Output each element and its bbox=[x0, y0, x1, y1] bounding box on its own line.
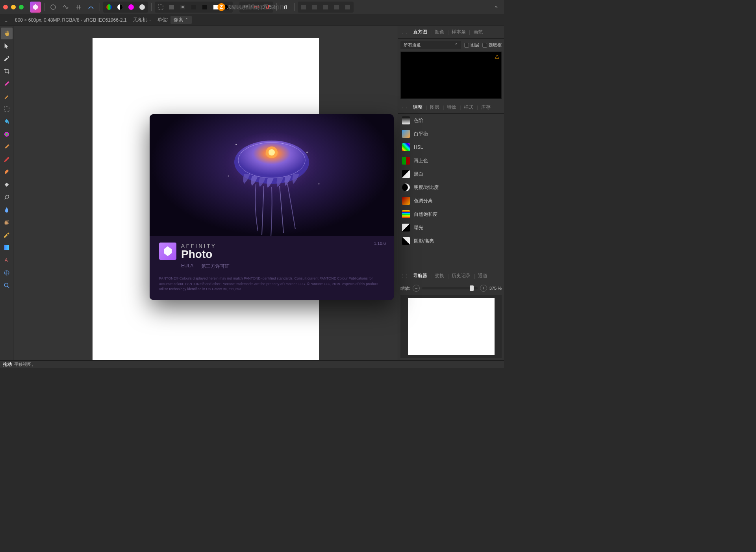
tab-swatches[interactable]: 样本条 bbox=[449, 28, 468, 37]
doc-dimensions: 800 × 600px, 0.48MP, RGBA/8 - sRGB IEC61… bbox=[15, 17, 127, 23]
tab-brushes[interactable]: 画笔 bbox=[471, 28, 485, 37]
marquee-tool[interactable] bbox=[1, 103, 13, 115]
paint-brush-tool[interactable] bbox=[1, 141, 13, 153]
zoom-in-button[interactable]: + bbox=[480, 285, 487, 292]
zoom-tool[interactable] bbox=[1, 280, 13, 291]
navigator-preview[interactable] bbox=[400, 295, 502, 358]
adjustment-whitebalance[interactable]: 白平衡 bbox=[398, 127, 504, 141]
third-party-link[interactable]: 第三方许可证 bbox=[201, 263, 230, 270]
selection-checkbox[interactable]: 选取框 bbox=[482, 42, 502, 48]
clear-sel-icon[interactable] bbox=[222, 2, 232, 12]
tone-icon[interactable] bbox=[137, 2, 147, 12]
panel-grip-icon[interactable]: ⋮⋮ bbox=[400, 274, 408, 278]
tab-adjustments[interactable]: 调整 bbox=[411, 103, 425, 112]
panel-grip-icon[interactable]: ⋮⋮ bbox=[400, 105, 408, 109]
app-icon bbox=[30, 2, 41, 13]
tab-color[interactable]: 颜色 bbox=[432, 28, 447, 37]
text-tool[interactable]: A bbox=[1, 254, 13, 266]
persona-tone-button[interactable] bbox=[85, 2, 96, 13]
arrange-3-icon[interactable] bbox=[321, 2, 331, 12]
tab-transform[interactable]: 变换 bbox=[432, 271, 447, 280]
persona-develop-button[interactable] bbox=[73, 2, 84, 13]
tab-history[interactable]: 历史记录 bbox=[449, 271, 473, 280]
status-action: 拖动 bbox=[3, 361, 12, 367]
adjustment-brightness[interactable]: 明度/对比度 bbox=[398, 181, 504, 194]
gradient-tool[interactable] bbox=[1, 242, 13, 254]
zoom-out-button[interactable]: − bbox=[413, 285, 420, 292]
panel-grip-icon[interactable]: ⋮⋮ bbox=[400, 30, 408, 34]
hue-icon[interactable] bbox=[126, 2, 136, 12]
adjustment-tool[interactable] bbox=[1, 128, 13, 140]
tab-navigator[interactable]: 导航器 bbox=[411, 271, 430, 280]
tab-styles[interactable]: 样式 bbox=[461, 103, 476, 112]
zoom-slider[interactable] bbox=[422, 287, 478, 289]
titlebar: 未标题 (已修改) (37.5%) » bbox=[0, 0, 504, 14]
channel-dropdown[interactable]: 所有通道 ⌃ bbox=[400, 41, 461, 49]
clone-tool[interactable] bbox=[1, 217, 13, 228]
eyedropper-tool[interactable] bbox=[1, 53, 13, 65]
adjustment-hsl[interactable]: HSL bbox=[398, 141, 504, 154]
toolbar-overflow-button[interactable]: » bbox=[492, 3, 501, 11]
tab-histogram[interactable]: 直方图 bbox=[411, 28, 430, 37]
hand-tool[interactable] bbox=[1, 28, 13, 39]
pen-tool[interactable] bbox=[1, 229, 13, 241]
smudge-tool[interactable] bbox=[1, 166, 13, 178]
marquee-icon[interactable] bbox=[156, 2, 166, 12]
crop-sel-icon[interactable] bbox=[211, 2, 221, 12]
tab-effects[interactable]: 特效 bbox=[445, 103, 459, 112]
dodge-tool[interactable] bbox=[1, 191, 13, 203]
persona-liquify-button[interactable] bbox=[60, 2, 71, 13]
units-dropdown[interactable]: 像素 ⌃ bbox=[170, 16, 192, 24]
adjustment-exposure[interactable]: 曝光 bbox=[398, 221, 504, 234]
arrange-4-icon[interactable] bbox=[332, 2, 342, 12]
refine-icon[interactable] bbox=[189, 2, 199, 12]
tools-panel: A bbox=[0, 26, 13, 360]
tab-stock[interactable]: 库存 bbox=[479, 103, 493, 112]
maximize-window-button[interactable] bbox=[19, 5, 24, 9]
adjustment-blackwhite[interactable]: 黑白 bbox=[398, 167, 504, 181]
move-tool[interactable] bbox=[1, 40, 13, 52]
crop-tool[interactable] bbox=[1, 65, 13, 77]
adjustment-vibrance[interactable]: 自然饱和度 bbox=[398, 207, 504, 221]
persona-photo-button[interactable] bbox=[48, 2, 59, 13]
invert-icon[interactable] bbox=[200, 2, 210, 12]
adjustment-shadows[interactable]: 阴影/高亮 bbox=[398, 234, 504, 248]
arrange-5-icon[interactable] bbox=[343, 2, 353, 12]
mask-icon[interactable] bbox=[178, 2, 188, 12]
flood-fill-tool[interactable] bbox=[1, 116, 13, 128]
blur-tool[interactable] bbox=[1, 204, 13, 216]
quick-mask-icon[interactable] bbox=[167, 2, 177, 12]
adjustments-list: 色阶 白平衡 HSL 再上色 黑白 明度/对比度 色调分离 自然饱和度 曝光 阴… bbox=[398, 114, 504, 270]
arrange-2-icon[interactable] bbox=[309, 2, 320, 12]
magnet-icon[interactable] bbox=[262, 2, 272, 12]
patch-tool[interactable] bbox=[1, 179, 13, 191]
wand-tool[interactable] bbox=[1, 91, 13, 102]
svg-point-35 bbox=[235, 144, 237, 145]
mesh-tool[interactable] bbox=[1, 267, 13, 279]
arrange-1-icon[interactable] bbox=[298, 2, 309, 12]
color-wheel-icon[interactable] bbox=[104, 2, 114, 12]
eula-link[interactable]: EULA bbox=[181, 263, 193, 270]
status-hint: 平移视图。 bbox=[14, 361, 36, 367]
minimize-window-button[interactable] bbox=[11, 5, 16, 9]
brush-tool[interactable] bbox=[1, 78, 13, 90]
svg-rect-20 bbox=[4, 107, 9, 111]
svg-text:A: A bbox=[4, 257, 7, 263]
histogram-panel: 所有通道 ⌃ 图层 选取框 ⚠ bbox=[398, 39, 504, 101]
tab-channels[interactable]: 通道 bbox=[476, 271, 490, 280]
ruler-icon[interactable] bbox=[251, 2, 261, 12]
grid-icon[interactable] bbox=[240, 2, 250, 12]
version-label: 1.10.6 bbox=[374, 241, 386, 246]
adjustment-recolor[interactable]: 再上色 bbox=[398, 154, 504, 167]
tab-layers[interactable]: 图层 bbox=[428, 103, 442, 112]
contrast-icon[interactable] bbox=[115, 2, 125, 12]
healing-tool[interactable] bbox=[1, 154, 13, 165]
close-window-button[interactable] bbox=[3, 5, 8, 9]
camera-info[interactable]: 无相机... bbox=[133, 17, 151, 23]
tool-options-button[interactable]: ... bbox=[5, 17, 9, 23]
adjustment-posterize[interactable]: 色调分离 bbox=[398, 194, 504, 207]
adjustment-levels[interactable]: 色阶 bbox=[398, 114, 504, 127]
sample-icon[interactable] bbox=[280, 2, 291, 13]
layer-checkbox[interactable]: 图层 bbox=[464, 42, 479, 48]
svg-rect-11 bbox=[213, 5, 218, 9]
